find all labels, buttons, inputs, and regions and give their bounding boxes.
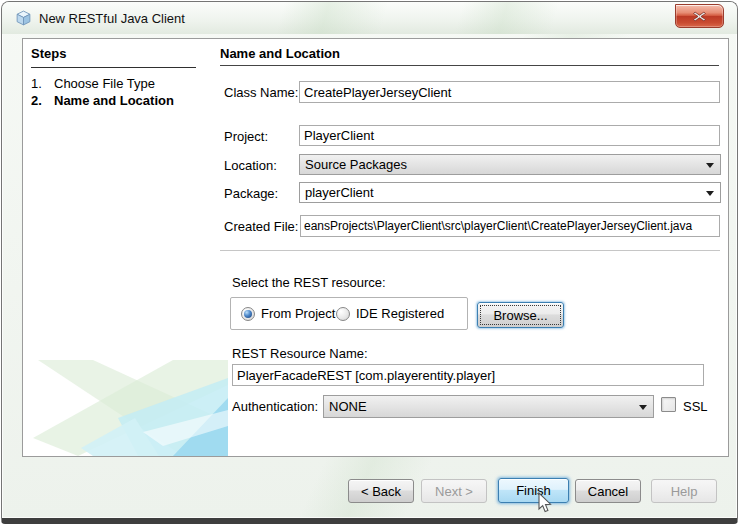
app-cube-icon [15, 10, 32, 27]
step-label: Name and Location [54, 93, 174, 108]
section-divider [220, 250, 720, 251]
step-label: Choose File Type [54, 76, 155, 91]
select-rest-resource-label: Select the REST resource: [232, 275, 386, 290]
location-label: Location: [224, 158, 277, 173]
steps-heading: Steps [31, 46, 196, 68]
rest-resource-name-input[interactable] [232, 364, 704, 386]
step-item-choose-file-type: 1. Choose File Type [31, 76, 155, 91]
radio-ide-registered[interactable]: IDE Registered [336, 306, 444, 321]
ssl-checkbox[interactable] [661, 397, 676, 412]
step-item-name-and-location: 2. Name and Location [31, 93, 174, 108]
package-label: Package: [224, 186, 278, 201]
next-button[interactable]: Next > [421, 479, 487, 503]
chevron-down-icon [639, 405, 647, 410]
window-title: New RESTful Java Client [39, 11, 185, 26]
created-file-input[interactable] [300, 215, 720, 237]
content-panel: Steps 1. Choose File Type 2. Name and Lo… [22, 38, 729, 457]
step-number: 1. [31, 76, 54, 91]
title-bar[interactable]: New RESTful Java Client [2, 2, 737, 34]
package-combobox[interactable]: playerClient [299, 182, 721, 203]
project-label: Project: [224, 129, 268, 144]
authentication-label: Authentication: [232, 399, 318, 414]
package-selected-value: playerClient [305, 185, 374, 200]
radio-from-project[interactable]: From Project [241, 306, 335, 321]
authentication-selected-value: NONE [329, 399, 367, 414]
radio-ide-registered-label: IDE Registered [356, 306, 444, 321]
close-button[interactable] [675, 4, 724, 28]
help-button[interactable]: Help [651, 479, 717, 503]
netbeans-watermark [23, 360, 228, 456]
class-name-label: Class Name: [224, 85, 298, 100]
radio-selected-icon [241, 307, 255, 321]
radio-unselected-icon [336, 307, 350, 321]
browse-button[interactable]: Browse... [477, 302, 564, 328]
chevron-down-icon [706, 163, 714, 168]
step-number: 2. [31, 93, 54, 108]
chevron-down-icon [706, 191, 714, 196]
ssl-label: SSL [683, 399, 708, 414]
cancel-button[interactable]: Cancel [575, 479, 641, 503]
section-title: Name and Location [220, 46, 719, 66]
close-icon [693, 11, 706, 22]
back-button[interactable]: < Back [348, 479, 414, 503]
rest-resource-name-label: REST Resource Name: [232, 346, 368, 361]
created-file-label: Created File: [224, 219, 298, 234]
class-name-input[interactable] [299, 81, 720, 103]
project-input[interactable] [299, 125, 720, 146]
location-selected-value: Source Packages [305, 157, 407, 172]
radio-from-project-label: From Project [261, 306, 335, 321]
dialog-window: New RESTful Java Client Steps 1. Choose … [1, 1, 738, 524]
location-dropdown[interactable]: Source Packages [299, 154, 721, 175]
authentication-dropdown[interactable]: NONE [323, 395, 654, 418]
finish-button[interactable]: Finish [498, 478, 569, 503]
